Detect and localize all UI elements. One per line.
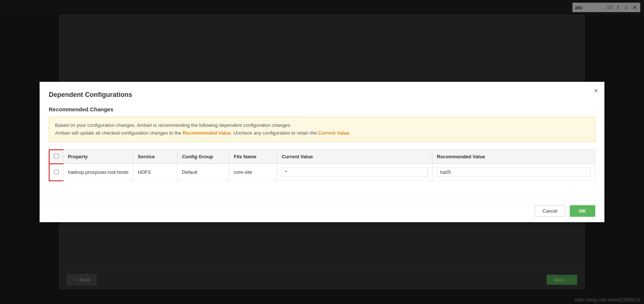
recommended-value-input[interactable] bbox=[437, 168, 590, 177]
info-line2-suffix: . bbox=[349, 130, 351, 136]
th-current-value: Current Value bbox=[277, 150, 432, 164]
info-line2-prefix: Ambari will update all checked configura… bbox=[55, 130, 182, 136]
info-line2: Ambari will update all checked configura… bbox=[55, 129, 589, 137]
row-property: hadoop.proxyuser.root.hosts bbox=[64, 164, 133, 181]
config-table: Property Service Config Group File Name … bbox=[49, 149, 595, 181]
th-recommended-value: Recommended Value bbox=[432, 150, 595, 164]
row-config-group: Default bbox=[178, 164, 229, 181]
modal-title: Dependent Configurations bbox=[49, 91, 595, 99]
modal-close-button[interactable]: × bbox=[594, 87, 598, 95]
info-box: Based on your configuration changes, Amb… bbox=[49, 117, 595, 142]
row-filename: core-site bbox=[229, 164, 277, 181]
row-current-value bbox=[277, 164, 432, 181]
row-service: HDFS bbox=[133, 164, 178, 181]
ok-button[interactable]: OK bbox=[570, 205, 596, 217]
th-property: Property bbox=[64, 150, 133, 164]
select-all-checkbox[interactable] bbox=[54, 154, 59, 159]
modal-overlay: Dependent Configurations × Recommended C… bbox=[0, 0, 644, 304]
current-value-link[interactable]: Current Value bbox=[318, 130, 350, 136]
th-service: Service bbox=[133, 150, 178, 164]
modal-dialog: Dependent Configurations × Recommended C… bbox=[40, 82, 604, 222]
table-row: hadoop.proxyuser.root.hosts HDFS Default… bbox=[49, 164, 595, 181]
cancel-button[interactable]: Cancel bbox=[535, 205, 565, 217]
row-recommended-value bbox=[432, 164, 595, 181]
th-filename: File Name bbox=[229, 150, 277, 164]
recommended-changes-title: Recommended Changes bbox=[49, 106, 595, 112]
info-line1: Based on your configuration changes, Amb… bbox=[55, 122, 589, 129]
th-config-group: Config Group bbox=[178, 150, 229, 164]
modal-footer: Cancel OK bbox=[40, 200, 604, 222]
row-checkbox-cell bbox=[49, 164, 64, 181]
current-value-input[interactable] bbox=[282, 168, 428, 177]
info-line2-mid: . Uncheck any configuration to retain th… bbox=[231, 130, 318, 136]
header-checkbox-cell bbox=[49, 150, 64, 164]
row-checkbox[interactable] bbox=[54, 169, 59, 174]
recommended-value-link[interactable]: Recommended Value bbox=[182, 130, 231, 136]
